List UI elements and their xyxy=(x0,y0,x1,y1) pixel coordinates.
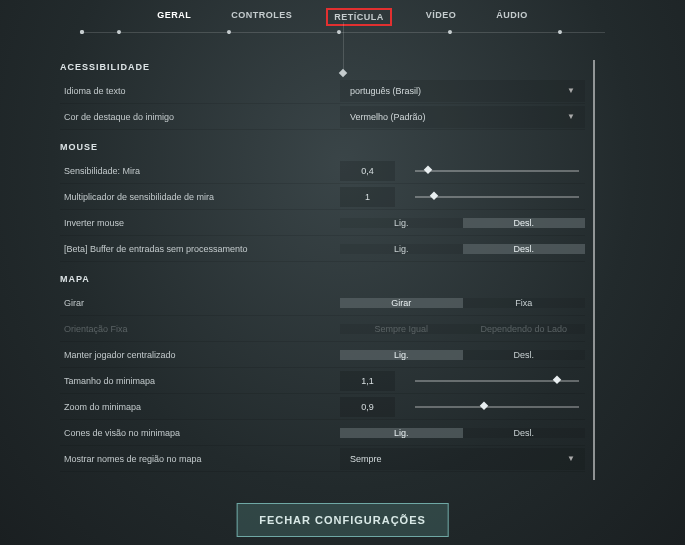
close-settings-button[interactable]: FECHAR CONFIGURAÇÕES xyxy=(236,503,449,537)
toggle-cones-on[interactable]: Lig. xyxy=(340,428,463,438)
section-accessibility-title: ACESSIBILIDADE xyxy=(60,62,585,72)
chevron-down-icon: ▼ xyxy=(567,112,575,121)
row-enemy-highlight: Cor de destaque do inimigo Vermelho (Pad… xyxy=(60,104,585,130)
chevron-down-icon: ▼ xyxy=(567,454,575,463)
chevron-down-icon: ▼ xyxy=(567,86,575,95)
toggle-centered-on[interactable]: Lig. xyxy=(340,350,463,360)
row-invert-mouse: Inverter mouse Lig. Desl. xyxy=(60,210,585,236)
label-sensitivity: Sensibilidade: Mira xyxy=(60,166,340,176)
row-raw-input: [Beta] Buffer de entradas sem processame… xyxy=(60,236,585,262)
row-region-names: Mostrar nomes de região no mapa Sempre ▼ xyxy=(60,446,585,472)
input-minimap-zoom[interactable]: 0,9 xyxy=(340,397,395,417)
row-fixed-orientation: Orientação Fixa Sempre Igual Dependendo … xyxy=(60,316,585,342)
slider-scoped-mult[interactable] xyxy=(415,196,579,198)
input-scoped-mult[interactable]: 1 xyxy=(340,187,395,207)
label-minimap-size: Tamanho do minimapa xyxy=(60,376,340,386)
toggle-side: Dependendo do Lado xyxy=(463,324,586,334)
label-vision-cones: Cones de visão no minimapa xyxy=(60,428,340,438)
row-minimap-zoom: Zoom do minimapa 0,9 xyxy=(60,394,585,420)
toggle-rotate[interactable]: Girar xyxy=(340,298,463,308)
toggle-cones-off[interactable]: Desl. xyxy=(463,428,586,438)
toggle-same: Sempre Igual xyxy=(340,324,463,334)
section-mouse-title: MOUSE xyxy=(60,142,585,152)
row-vision-cones: Cones de visão no minimapa Lig. Desl. xyxy=(60,420,585,446)
toggle-raw-off[interactable]: Desl. xyxy=(463,244,586,254)
label-keep-centered: Manter jogador centralizado xyxy=(60,350,340,360)
toggle-fixed[interactable]: Fixa xyxy=(463,298,586,308)
label-region-names: Mostrar nomes de região no mapa xyxy=(60,454,340,464)
tab-crosshair[interactable]: RETÍCULA xyxy=(326,8,392,26)
input-minimap-size[interactable]: 1,1 xyxy=(340,371,395,391)
toggle-raw-on[interactable]: Lig. xyxy=(340,244,463,254)
row-keep-centered: Manter jogador centralizado Lig. Desl. xyxy=(60,342,585,368)
toggle-invert-on[interactable]: Lig. xyxy=(340,218,463,228)
scrollbar[interactable] xyxy=(593,60,595,480)
label-raw-input: [Beta] Buffer de entradas sem processame… xyxy=(60,244,340,254)
label-scoped-mult: Multiplicador de sensibilidade de mira xyxy=(60,192,340,202)
section-map-title: MAPA xyxy=(60,274,585,284)
input-sensitivity[interactable]: 0,4 xyxy=(340,161,395,181)
label-text-language: Idioma de texto xyxy=(60,86,340,96)
label-rotate: Girar xyxy=(60,298,340,308)
dropdown-text-language[interactable]: português (Brasil) ▼ xyxy=(340,80,585,102)
slider-sensitivity[interactable] xyxy=(415,170,579,172)
label-minimap-zoom: Zoom do minimapa xyxy=(60,402,340,412)
tab-controls[interactable]: CONTROLES xyxy=(225,8,298,26)
toggle-invert-off[interactable]: Desl. xyxy=(463,218,586,228)
settings-content: ACESSIBILIDADE Idioma de texto português… xyxy=(60,50,585,490)
row-text-language: Idioma de texto português (Brasil) ▼ xyxy=(60,78,585,104)
row-sensitivity: Sensibilidade: Mira 0,4 xyxy=(60,158,585,184)
dropdown-value: Vermelho (Padrão) xyxy=(350,112,426,122)
slider-minimap-zoom[interactable] xyxy=(415,406,579,408)
slider-minimap-size[interactable] xyxy=(415,380,579,382)
row-scoped-mult: Multiplicador de sensibilidade de mira 1 xyxy=(60,184,585,210)
tab-general[interactable]: GERAL xyxy=(151,8,197,26)
dropdown-region-names[interactable]: Sempre ▼ xyxy=(340,448,585,470)
label-invert-mouse: Inverter mouse xyxy=(60,218,340,228)
dropdown-enemy-highlight[interactable]: Vermelho (Padrão) ▼ xyxy=(340,106,585,128)
tab-audio[interactable]: ÁUDIO xyxy=(490,8,534,26)
row-rotate: Girar Girar Fixa xyxy=(60,290,585,316)
label-fixed-orientation: Orientação Fixa xyxy=(60,324,340,334)
toggle-centered-off[interactable]: Desl. xyxy=(463,350,586,360)
label-enemy-highlight: Cor de destaque do inimigo xyxy=(60,112,340,122)
dropdown-value: português (Brasil) xyxy=(350,86,421,96)
row-minimap-size: Tamanho do minimapa 1,1 xyxy=(60,368,585,394)
tab-video[interactable]: VÍDEO xyxy=(420,8,463,26)
dropdown-value: Sempre xyxy=(350,454,382,464)
